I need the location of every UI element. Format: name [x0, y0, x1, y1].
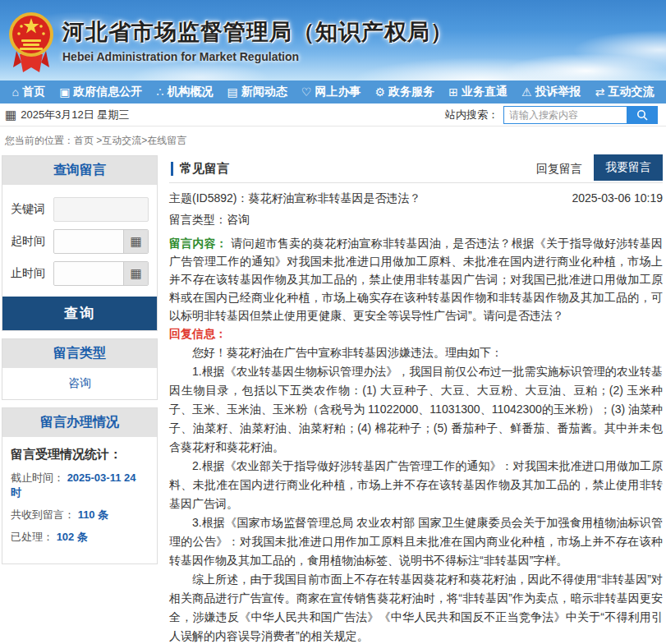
reply-paragraph: 1.根据《农业转基因生物标识管理办法》，我国目前仅公布过一批需实施标识管理的农业… [169, 362, 663, 457]
stat-row-deadline: 截止时间： 2025-03-11 24 时 [11, 471, 149, 500]
end-time-label: 止时间 [11, 266, 53, 281]
message-content-label: 留言内容： [169, 237, 227, 250]
sidebar: 查询留言 关键词 起时间 ▦ 止时间 [2, 155, 158, 644]
site-header: 河北省市场监督管理局（知识产权局） Hebei Administration f… [0, 0, 666, 80]
stat-row-processed: 已处理： 102 条 [11, 530, 149, 545]
message-status-panel: 留言办理情况 留言受理情况统计： 截止时间： 2025-03-11 24 时 共… [2, 407, 158, 564]
date-toolbar: ▦ 2025年3月12日 星期三 站内搜索： [0, 104, 666, 126]
start-time-row: 起时间 ▦ [11, 229, 149, 254]
start-time-label: 起时间 [11, 234, 53, 249]
nav-item-news[interactable]: ▤ 新闻动态 [227, 85, 287, 99]
post-message-button[interactable]: 我要留言 [594, 154, 663, 181]
page: 河北省市场监督管理局（知识产权局） Hebei Administration f… [0, 0, 666, 644]
nav-item-label: 机构概况 [167, 85, 213, 99]
message-status-title: 留言办理情况 [2, 408, 157, 437]
keyword-row: 关键词 [11, 197, 149, 222]
message-date: 2025-03-06 10:19 [572, 191, 663, 206]
heart-icon: ♡ [301, 85, 312, 99]
site-search-label: 站内搜索： [445, 108, 498, 122]
message-subject: 主题(ID5892)：葵花籽油宣称非转基因是否违法？ [169, 191, 420, 206]
nav-item-label: 投诉举报 [535, 85, 581, 99]
end-time-calendar-icon[interactable]: ▦ [123, 262, 148, 285]
message-subject-row: 主题(ID5892)：葵花籽油宣称非转基因是否违法？ 2025-03-06 10… [169, 191, 663, 206]
warning-icon: ⚠ [521, 85, 532, 99]
message-type-panel: 留言类型 咨询 [2, 338, 158, 400]
document-icon: ▣ [59, 85, 70, 99]
query-panel-title: 查询留言 [2, 156, 157, 185]
reply-paragraph: 2.根据《农业部关于指导做好涉转基因广告管理工作的通知》：对我国未批准进口用做加… [169, 457, 663, 513]
nav-item-gov-services[interactable]: ⚙ 政务服务 [375, 85, 435, 99]
start-time-calendar-icon[interactable]: ▦ [123, 230, 148, 253]
message-content: 留言内容： 请问超市售卖的葵花籽油宣称非转基因油，是否违法？根据《关于指导做好涉… [169, 234, 663, 324]
news-icon: ▤ [227, 85, 238, 99]
main-content: 常见留言 回复留言 我要留言 主题(ID5892)：葵花籽油宣称非转基因是否违法… [169, 155, 663, 644]
message-stats: 留言受理情况统计： 截止时间： 2025-03-11 24 时 共收到留言： 1… [2, 437, 157, 564]
message-type-title: 留言类型 [2, 339, 157, 368]
nav-item-business-direct[interactable]: ⊞ 业务直通 [448, 85, 508, 99]
reply-info-label: 回复信息： [169, 327, 663, 342]
site-search-button[interactable] [627, 106, 658, 124]
window-grid-icon: ⊞ [448, 85, 458, 99]
message-type-link-consult[interactable]: 咨询 [2, 368, 157, 399]
nav-item-label: 业务直通 [462, 85, 508, 99]
section-accent-bar [171, 162, 173, 176]
breadcrumb: 您当前的位置：首页 >互动交流>在线留言 [0, 126, 666, 155]
site-search: 站内搜索： [445, 106, 658, 124]
reply-message-link[interactable]: 回复留言 [536, 162, 582, 177]
section-title: 常见留言 [180, 161, 229, 177]
calendar-icon: ▦ [5, 108, 16, 122]
nav-item-label: 政务服务 [388, 85, 434, 99]
start-time-input[interactable] [54, 230, 123, 253]
nav-item-info-disclosure[interactable]: ▣ 政府信息公开 [59, 85, 142, 99]
exchange-arrows-icon: ⇄ [595, 85, 605, 99]
national-emblem-logo [8, 8, 54, 76]
current-date: 2025年3月12日 星期三 [21, 108, 129, 122]
nav-item-interaction[interactable]: ⇄ 互动交流 [595, 85, 655, 99]
nav-item-label: 互动交流 [608, 85, 654, 99]
nav-item-online-services[interactable]: ♡ 网上办事 [301, 85, 361, 99]
search-icon [636, 109, 648, 121]
section-header: 常见留言 回复留言 我要留言 [169, 155, 663, 183]
reply-paragraph: 您好！葵花籽油在广告中宣称非转基因涉嫌违法。理由如下： [169, 343, 663, 362]
site-subtitle-en: Hebei Administration for Market Regulati… [62, 50, 453, 63]
query-panel-body: 关键词 起时间 ▦ 止时间 ▦ [2, 185, 157, 297]
reply-paragraph: 3.根据《国家市场监督管理总局 农业农村部 国家卫生健康委员会关于加强食用植物油… [169, 513, 663, 570]
stat-row-received: 共收到留言： 110 条 [11, 508, 149, 522]
nav-item-home[interactable]: ⌂ 首页 [12, 85, 45, 99]
org-chart-icon: ∴ [156, 85, 163, 99]
stat-value: 110 条 [78, 508, 109, 521]
end-time-row: 止时间 ▦ [11, 261, 149, 286]
stat-label: 共收到留言： [11, 508, 75, 521]
keyword-input[interactable] [53, 197, 149, 222]
nav-item-org-overview[interactable]: ∴ 机构概况 [156, 85, 213, 99]
gear-icon: ⚙ [375, 85, 386, 99]
end-time-input[interactable] [54, 262, 123, 285]
query-panel: 查询留言 关键词 起时间 ▦ 止时间 [2, 155, 158, 331]
nav-item-label: 首页 [22, 85, 45, 99]
nav-item-complaints[interactable]: ⚠ 投诉举报 [521, 85, 581, 99]
site-title-block: 河北省市场监督管理局（知识产权局） Hebei Administration f… [62, 17, 453, 63]
home-icon: ⌂ [12, 85, 19, 99]
message-type-line: 留言类型：咨询 [169, 213, 663, 228]
keyword-label: 关键词 [11, 202, 53, 217]
content-area: 查询留言 关键词 起时间 ▦ 止时间 [0, 155, 666, 644]
nav-item-label: 网上办事 [315, 85, 361, 99]
nav-item-label: 新闻动态 [241, 85, 287, 99]
query-button[interactable]: 查询 [2, 297, 157, 330]
stat-value: 102 条 [57, 531, 88, 543]
reply-paragraph: 综上所述，由于我国目前市面上不存在转基因葵花籽和葵花籽油，因此不得使用“非转基因… [169, 570, 663, 644]
nav-item-label: 政府信息公开 [73, 85, 142, 99]
stat-label: 截止时间： [11, 472, 64, 484]
stats-title: 留言受理情况统计： [11, 447, 149, 462]
site-title: 河北省市场监督管理局（知识产权局） [62, 17, 453, 47]
stat-label: 已处理： [11, 531, 53, 543]
main-nav: ⌂ 首页 ▣ 政府信息公开 ∴ 机构概况 ▤ 新闻动态 ♡ 网上办事 ⚙ 政务服… [0, 80, 666, 104]
message-content-text: 请问超市售卖的葵花籽油宣称非转基因油，是否违法？根据《关于指导做好涉转基因广告管… [169, 237, 663, 322]
site-search-input[interactable] [503, 106, 627, 124]
